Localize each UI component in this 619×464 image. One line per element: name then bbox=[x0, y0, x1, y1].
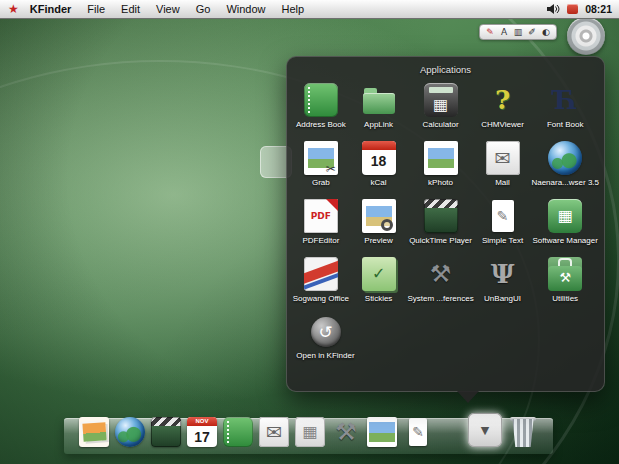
desktop: ★ KFinder File Edit View Go Window Help … bbox=[0, 0, 619, 464]
dock-photos[interactable] bbox=[366, 417, 398, 447]
tools-icon: ⚒ bbox=[331, 417, 361, 447]
app-preview[interactable]: Preview bbox=[350, 197, 408, 255]
question-mark-icon: ? bbox=[486, 83, 520, 117]
calculator-icon: ▦ bbox=[424, 83, 458, 117]
open-arrow-icon: ↺ bbox=[311, 317, 341, 347]
dock-mail[interactable]: ✉ bbox=[258, 417, 290, 447]
app-address-book[interactable]: Address Book bbox=[292, 81, 350, 139]
app-pdfeditor[interactable]: PDF PDFEditor bbox=[292, 197, 350, 255]
dock-applications-stack[interactable]: ▼ bbox=[467, 413, 503, 447]
red-star-menu-icon[interactable]: ★ bbox=[0, 2, 28, 16]
address-book-icon bbox=[223, 417, 253, 447]
tools-icon: ⚒ bbox=[424, 257, 458, 291]
menu-view[interactable]: View bbox=[148, 0, 188, 18]
app-naenara-browser[interactable]: Naenara...wser 3.5 bbox=[531, 139, 599, 197]
photo-icon bbox=[424, 141, 458, 175]
dock-trash[interactable] bbox=[507, 417, 539, 447]
toolbox-icon: ⚒ bbox=[548, 257, 582, 291]
app-mail[interactable]: ✉ Mail bbox=[474, 139, 532, 197]
clapperboard-icon bbox=[151, 417, 181, 447]
app-applink[interactable]: AppLink bbox=[350, 81, 408, 139]
pdf-icon: PDF bbox=[304, 199, 338, 233]
globe-icon bbox=[115, 417, 145, 447]
calendar-icon: NOV17 bbox=[187, 417, 217, 447]
latin-mode-icon[interactable]: A bbox=[498, 27, 510, 37]
envelope-icon: ✉ bbox=[486, 141, 520, 175]
app-chmviewer[interactable]: ? CHMViewer bbox=[474, 81, 532, 139]
app-system-preferences[interactable]: ⚒ System ...ferences bbox=[407, 255, 473, 313]
panel-icon[interactable]: ▥ bbox=[512, 27, 524, 37]
app-quicktime-player[interactable]: QuickTime Player bbox=[407, 197, 473, 255]
app-simple-text[interactable]: ✎ Simple Text bbox=[474, 197, 532, 255]
open-in-kfinder-button[interactable]: ↺ Open in KFinder bbox=[294, 317, 357, 360]
menu-go[interactable]: Go bbox=[188, 0, 219, 18]
dock-calculator[interactable]: ▦ bbox=[294, 417, 326, 447]
text-document-icon: ✎ bbox=[403, 417, 433, 447]
status-badge-icon[interactable] bbox=[567, 4, 578, 14]
app-kphoto[interactable]: kPhoto bbox=[407, 139, 473, 197]
applications-stack-popup: Applications Address Book AppLink ▦ Calc… bbox=[286, 56, 605, 392]
handwriting-icon[interactable]: ✐ bbox=[526, 27, 538, 37]
disc-icon[interactable] bbox=[567, 17, 605, 55]
dock-calendar[interactable]: NOV17 bbox=[186, 417, 218, 447]
app-unbangui[interactable]: Ψ UnBangUI bbox=[474, 255, 532, 313]
photo-album-icon bbox=[79, 417, 109, 447]
globe-icon bbox=[548, 141, 582, 175]
app-font-book[interactable]: Ћ Font Book bbox=[531, 81, 599, 139]
input-method-toolbar[interactable]: ✎ A ▥ ✐ ◐ bbox=[479, 24, 557, 40]
app-grid: Address Book AppLink ▦ Calculator ? CHMV… bbox=[292, 81, 599, 313]
volume-icon[interactable] bbox=[546, 3, 560, 15]
pen-icon[interactable]: ✎ bbox=[484, 27, 496, 37]
app-sogwang-office[interactable]: Sogwang Office bbox=[292, 255, 350, 313]
package-box-icon: ▦ bbox=[548, 199, 582, 233]
menu-edit[interactable]: Edit bbox=[113, 0, 148, 18]
office-suite-icon bbox=[304, 257, 338, 291]
app-utilities[interactable]: ⚒ Utilities bbox=[531, 255, 599, 313]
harp-icon: Ψ bbox=[486, 257, 520, 291]
menu-kfinder[interactable]: KFinder bbox=[28, 0, 80, 18]
screenshot-icon: ✂ bbox=[304, 141, 338, 175]
mode-ball-icon[interactable]: ◐ bbox=[540, 27, 552, 37]
dock-photo-album[interactable] bbox=[78, 417, 110, 447]
popup-title: Applications bbox=[292, 64, 599, 75]
dock: NOV17 ✉ ▦ ⚒ ✎ ▼ bbox=[72, 406, 545, 454]
popup-pointer bbox=[457, 391, 479, 403]
menu-file[interactable]: File bbox=[79, 0, 113, 18]
app-stickies[interactable]: ✓ Stickies bbox=[350, 255, 408, 313]
address-book-icon bbox=[304, 83, 338, 117]
app-calculator[interactable]: ▦ Calculator bbox=[407, 81, 473, 139]
dock-text-editor[interactable]: ✎ bbox=[402, 417, 434, 447]
sticky-note-icon: ✓ bbox=[362, 257, 396, 291]
photo-icon bbox=[367, 417, 397, 447]
dock-system-preferences[interactable]: ⚒ bbox=[330, 417, 362, 447]
menu-bar: ★ KFinder File Edit View Go Window Help … bbox=[0, 0, 619, 19]
menu-window[interactable]: Window bbox=[218, 0, 273, 18]
menu-help[interactable]: Help bbox=[274, 0, 313, 18]
clapperboard-icon bbox=[424, 199, 458, 233]
text-document-icon: ✎ bbox=[486, 199, 520, 233]
menu-clock: 08:21 bbox=[585, 3, 612, 15]
font-glyph-icon: Ћ bbox=[548, 83, 582, 117]
calendar-icon: 18 bbox=[362, 141, 396, 175]
folder-icon bbox=[362, 83, 396, 117]
dock-browser[interactable] bbox=[114, 417, 146, 447]
envelope-icon: ✉ bbox=[259, 417, 289, 447]
app-kcal[interactable]: 18 kCal bbox=[350, 139, 408, 197]
stack-open-icon: ▼ bbox=[468, 413, 502, 447]
app-grab[interactable]: ✂ Grab bbox=[292, 139, 350, 197]
dock-quicktime[interactable] bbox=[150, 417, 182, 447]
magnifier-photo-icon bbox=[362, 199, 396, 233]
grid-app-icon: ▦ bbox=[295, 417, 325, 447]
app-software-manager[interactable]: ▦ Software Manager bbox=[531, 197, 599, 255]
dock-address-book[interactable] bbox=[222, 417, 254, 447]
trash-icon bbox=[511, 417, 535, 447]
